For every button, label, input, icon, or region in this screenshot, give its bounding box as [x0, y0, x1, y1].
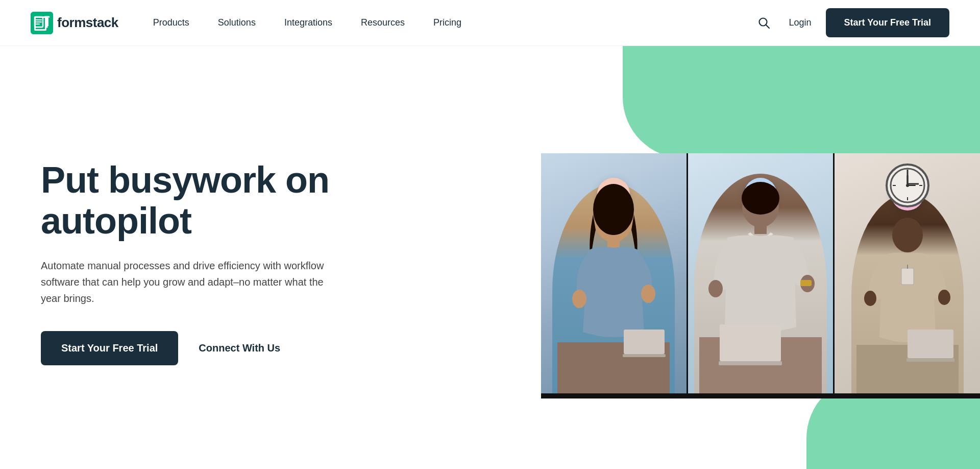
collage-bottom-bar — [541, 393, 980, 398]
person-1 — [557, 179, 670, 398]
svg-rect-29 — [719, 361, 782, 365]
logo-link[interactable]: formstack — [31, 12, 118, 34]
logo-icon — [31, 12, 53, 34]
svg-rect-19 — [624, 330, 665, 354]
svg-rect-20 — [623, 354, 666, 357]
hero-title: Put busywork on autopilot — [41, 160, 388, 241]
nav-item-pricing[interactable]: Pricing — [419, 0, 476, 46]
nav-menu: Products Solutions Integrations Resource… — [139, 0, 753, 46]
image-collage — [541, 153, 980, 398]
svg-point-25 — [708, 280, 723, 297]
svg-rect-0 — [31, 12, 53, 34]
hero-cta-button[interactable]: Start Your Free Trial — [41, 331, 178, 365]
svg-point-14 — [593, 184, 634, 235]
navbar-right: Login Start Your Free Trial — [753, 8, 949, 37]
green-shape-top — [623, 46, 980, 158]
collage-panel-1 — [541, 153, 687, 398]
hero-actions: Start Your Free Trial Connect With Us — [41, 331, 388, 365]
svg-point-42 — [864, 291, 876, 306]
svg-rect-28 — [720, 324, 781, 361]
navbar: formstack Products Solutions Integration… — [0, 0, 980, 46]
nav-cta-button[interactable]: Start Your Free Trial — [826, 8, 949, 37]
hero-content: Put busywork on autopilot Automate manua… — [41, 150, 388, 365]
svg-rect-1 — [35, 17, 43, 27]
nav-item-integrations[interactable]: Integrations — [270, 0, 347, 46]
svg-line-8 — [766, 25, 769, 28]
svg-rect-40 — [901, 268, 914, 285]
svg-point-43 — [938, 290, 950, 305]
svg-rect-46 — [906, 358, 954, 362]
svg-rect-24 — [754, 225, 767, 234]
nav-item-solutions[interactable]: Solutions — [204, 0, 270, 46]
hero-visual — [541, 46, 980, 469]
nav-item-products[interactable]: Products — [139, 0, 204, 46]
person-2 — [699, 169, 822, 398]
login-button[interactable]: Login — [789, 17, 812, 28]
hero-subtitle: Automate manual processes and drive effi… — [41, 257, 327, 307]
svg-rect-30 — [800, 280, 812, 286]
svg-point-16 — [572, 290, 586, 308]
person-3 — [856, 189, 959, 398]
collage-panel-3 — [833, 153, 980, 398]
svg-point-17 — [641, 285, 655, 303]
svg-point-39 — [892, 218, 923, 252]
brand-name: formstack — [57, 15, 118, 31]
svg-point-23 — [742, 182, 779, 215]
hero-section: Put busywork on autopilot Automate manua… — [0, 46, 980, 469]
search-icon — [757, 16, 771, 30]
svg-rect-45 — [908, 330, 953, 358]
search-button[interactable] — [753, 12, 775, 34]
collage-panel-2 — [687, 153, 834, 398]
connect-with-us-link[interactable]: Connect With Us — [199, 342, 280, 354]
svg-point-38 — [906, 184, 909, 187]
nav-item-resources[interactable]: Resources — [347, 0, 419, 46]
